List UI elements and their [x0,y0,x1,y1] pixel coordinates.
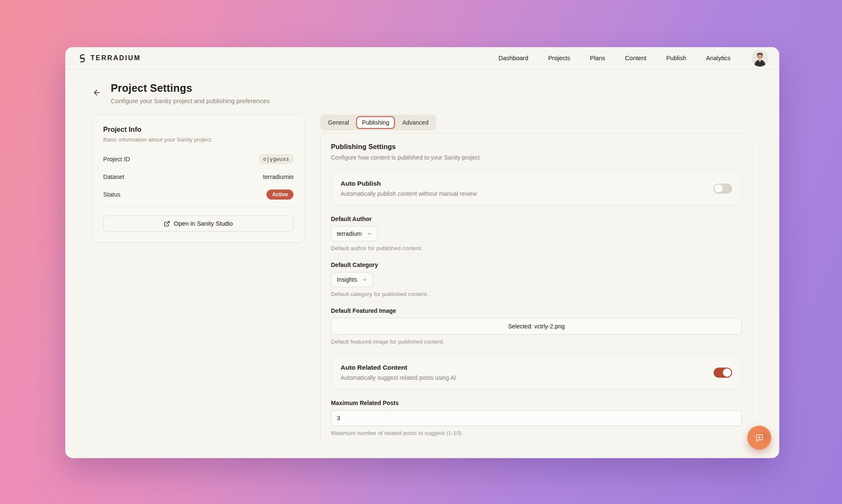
nav-item-dashboard[interactable]: Dashboard [498,55,528,61]
default-author-label: Default Author [331,216,742,222]
nav-item-content[interactable]: Content [625,55,647,61]
terradium-logo-icon [78,54,87,63]
featured-image-help: Default featured image for published con… [331,339,742,345]
default-author-value: terradium [337,230,362,237]
nav-item-analytics[interactable]: Analytics [706,55,730,61]
project-info-subtitle: Basic information about your Sanity proj… [103,136,293,143]
navbar-right: Dashboard Projects Plans Content Publish… [498,50,768,67]
tab-publishing[interactable]: Publishing [356,116,395,129]
open-sanity-studio-button[interactable]: Open in Sanity Studio [103,216,293,232]
nav-item-publish[interactable]: Publish [666,55,686,61]
nav-item-plans[interactable]: Plans [590,55,605,61]
auto-related-text: Auto Related Content Automatically sugge… [341,364,456,381]
project-info-card: Project Info Basic information about you… [92,115,304,243]
toggle-knob [723,368,731,377]
project-id-value: ojygwuxs [259,154,293,164]
auto-publish-text: Auto Publish Automatically publish conte… [341,180,477,197]
auto-publish-description: Automatically publish content without ma… [341,190,477,197]
toggle-knob [714,184,723,193]
project-id-label: Project ID [103,156,130,163]
chat-fab-button[interactable] [747,426,771,450]
default-author-select[interactable]: terradium [331,226,378,241]
auto-publish-toggle[interactable] [714,184,732,194]
nav-item-projects[interactable]: Projects [548,55,570,61]
featured-image-label: Default Featured Image [331,307,742,314]
page-subtitle: Configure your Sanity project and publis… [111,97,270,104]
auto-related-description: Automatically suggest related posts usin… [341,374,456,381]
auto-related-label: Auto Related Content [341,364,456,371]
chat-plus-icon [755,433,764,443]
card-divider [103,207,293,207]
app-window: TERRADIUM Dashboard Projects Plans Conte… [65,47,779,458]
featured-image-button[interactable]: Selected: vctrly-2.png [331,318,742,335]
project-info-title: Project Info [103,125,293,133]
settings-tabs: General Publishing Advanced [320,115,436,131]
brand-logo[interactable]: TERRADIUM [78,54,141,63]
status-row: Status Active [103,189,293,200]
desktop-background: TERRADIUM Dashboard Projects Plans Conte… [0,0,842,504]
max-related-help: Maximum number of related posts to sugge… [331,430,742,436]
top-navbar: TERRADIUM Dashboard Projects Plans Conte… [65,47,779,69]
page-header: Project Settings Configure your Sanity p… [92,82,752,104]
page-body: Project Settings Configure your Sanity p… [65,69,779,458]
back-button[interactable] [92,88,101,97]
page-content: Project Info Basic information about you… [92,115,752,458]
page-header-text: Project Settings Configure your Sanity p… [111,82,270,104]
project-info-rows: Project ID ojygwuxs Dataset terradiumio … [103,154,293,200]
chevron-down-icon [362,277,368,283]
default-category-select[interactable]: Insights [331,272,373,287]
status-badge: Active [266,189,293,200]
auto-publish-row: Auto Publish Automatically publish conte… [331,171,742,205]
publishing-settings-panel: Publishing Settings Configure how conten… [320,133,752,447]
dataset-value: terradiumio [263,173,293,180]
publishing-settings-title: Publishing Settings [331,143,742,151]
default-category-label: Default Category [331,261,742,268]
user-avatar[interactable] [751,50,768,67]
tab-general[interactable]: General [322,116,355,129]
publishing-settings-subtitle: Configure how content is published to yo… [331,154,742,161]
nav-links: Dashboard Projects Plans Content Publish… [498,55,730,61]
default-category-value: Insights [337,276,357,283]
external-link-icon [164,221,170,227]
settings-column: General Publishing Advanced Publishing S… [320,115,752,458]
default-author-help: Default author for published content. [331,245,742,251]
auto-related-toggle[interactable] [714,368,732,378]
chevron-down-icon [367,231,372,237]
open-sanity-studio-label: Open in Sanity Studio [174,220,233,227]
max-related-label: Maximum Related Posts [331,400,742,406]
auto-related-row: Auto Related Content Automatically sugge… [331,355,742,389]
page-title: Project Settings [111,82,270,94]
dataset-row: Dataset terradiumio [103,171,293,182]
tab-advanced[interactable]: Advanced [396,116,434,129]
max-related-input[interactable] [331,410,742,426]
auto-publish-label: Auto Publish [341,180,477,187]
dataset-label: Dataset [103,173,124,180]
default-category-help: Default category for published content. [331,291,742,297]
project-id-row: Project ID ojygwuxs [103,154,293,165]
status-label: Status [103,191,120,198]
brand-name: TERRADIUM [91,54,141,62]
